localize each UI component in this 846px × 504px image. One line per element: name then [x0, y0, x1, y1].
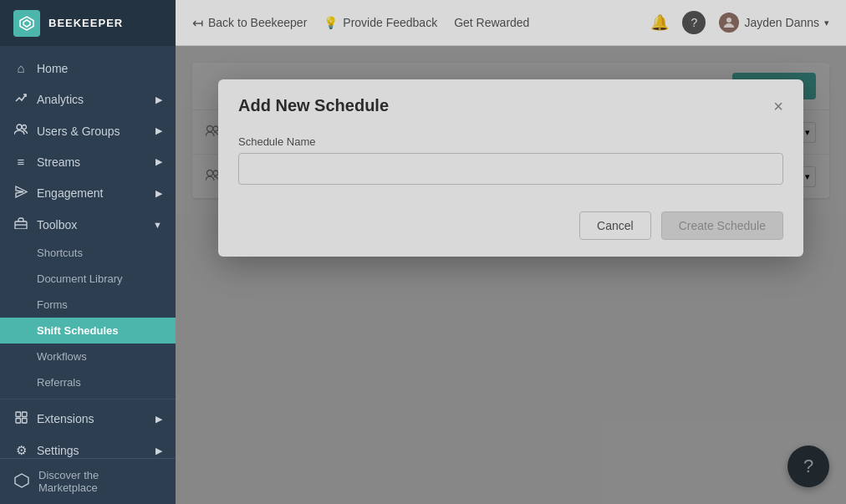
- feedback-icon: 💡: [324, 16, 338, 29]
- logo-area: BEEKEEPER: [0, 0, 176, 46]
- sidebar-item-analytics[interactable]: Analytics ▶: [0, 84, 176, 115]
- app-name: BEEKEEPER: [48, 17, 123, 29]
- sidebar-sub-item-workflows[interactable]: Workflows: [0, 344, 176, 369]
- sidebar-item-settings[interactable]: ⚙ Settings ▶: [0, 435, 176, 458]
- header: ↤ Back to Beekeeper 💡 Provide Feedback G…: [176, 0, 846, 46]
- help-button[interactable]: ?: [682, 11, 706, 34]
- sidebar: BEEKEEPER ⌂ Home Analytics ▶: [0, 0, 176, 504]
- sidebar-item-extensions[interactable]: Extensions ▶: [0, 403, 176, 435]
- sidebar-item-users-label: Users & Groups: [37, 125, 120, 138]
- sidebar-sub-item-shortcuts[interactable]: Shortcuts: [0, 240, 176, 266]
- sidebar-item-users[interactable]: Users & Groups ▶: [0, 115, 176, 146]
- user-dropdown-icon: ▾: [824, 18, 829, 28]
- engagement-icon: [13, 186, 28, 201]
- sidebar-sub-item-document-library[interactable]: Document Library: [0, 266, 176, 292]
- streams-expand-icon: ▶: [155, 156, 162, 167]
- svg-marker-10: [15, 474, 28, 487]
- toolbox-icon: [13, 217, 28, 232]
- provide-feedback-link[interactable]: 💡 Provide Feedback: [324, 16, 437, 29]
- marketplace-icon: [13, 472, 30, 491]
- sidebar-item-toolbox[interactable]: Toolbox ▼: [0, 209, 176, 240]
- svg-point-11: [726, 18, 731, 23]
- user-menu[interactable]: Jayden Danns ▾: [719, 13, 829, 33]
- sidebar-item-engagement-label: Engagement: [37, 186, 103, 200]
- discover-marketplace[interactable]: Discover the Marketplace: [0, 458, 176, 504]
- analytics-icon: [13, 92, 28, 107]
- workflows-label: Workflows: [37, 350, 87, 363]
- discover-text: Discover the Marketplace: [38, 469, 99, 494]
- header-left: ↤ Back to Beekeeper 💡 Provide Feedback G…: [192, 15, 529, 31]
- modal-header: Add New Schedule ×: [218, 79, 803, 129]
- page-content: + Add New Ananas Mall Branding - - ⚙ ▾: [176, 46, 846, 504]
- settings-label: Settings: [37, 444, 79, 457]
- users-icon: [13, 124, 28, 138]
- cancel-button[interactable]: Cancel: [579, 211, 651, 240]
- modal-overlay: Add New Schedule × Schedule Name Cancel …: [176, 46, 846, 504]
- sidebar-sub-item-forms[interactable]: Forms: [0, 292, 176, 318]
- get-rewarded-link[interactable]: Get Rewarded: [454, 16, 529, 29]
- engagement-expand-icon: ▶: [155, 188, 162, 199]
- shift-schedules-label: Shift Schedules: [37, 324, 119, 337]
- svg-marker-0: [20, 17, 33, 30]
- referrals-label: Referrals: [37, 376, 81, 389]
- svg-rect-6: [16, 412, 21, 417]
- notifications-button[interactable]: 🔔: [650, 13, 669, 32]
- sidebar-item-analytics-label: Analytics: [37, 93, 84, 106]
- streams-icon: ≡: [13, 155, 28, 169]
- sidebar-nav: ⌂ Home Analytics ▶ Users &: [0, 46, 176, 458]
- settings-icon: ⚙: [13, 443, 28, 458]
- sidebar-item-streams-label: Streams: [37, 155, 80, 169]
- modal-body: Schedule Name: [218, 129, 803, 201]
- shortcuts-label: Shortcuts: [37, 247, 83, 259]
- sidebar-item-streams[interactable]: ≡ Streams ▶: [0, 146, 176, 177]
- extensions-expand-icon: ▶: [155, 414, 162, 425]
- sidebar-item-toolbox-label: Toolbox: [37, 218, 77, 232]
- modal-footer: Cancel Create Schedule: [218, 201, 803, 257]
- toolbox-expand-icon: ▼: [153, 220, 162, 230]
- svg-rect-8: [16, 419, 21, 424]
- avatar: [719, 13, 739, 33]
- back-icon: ↤: [192, 15, 203, 31]
- schedule-name-label: Schedule Name: [238, 135, 783, 148]
- forms-label: Forms: [37, 298, 68, 311]
- create-schedule-button[interactable]: Create Schedule: [661, 211, 783, 240]
- user-name: Jayden Danns: [744, 16, 819, 29]
- extensions-label: Extensions: [37, 412, 94, 425]
- analytics-expand-icon: ▶: [155, 94, 162, 105]
- settings-expand-icon: ▶: [155, 445, 162, 456]
- extensions-icon: [13, 411, 28, 426]
- nav-divider: [0, 399, 176, 400]
- sidebar-item-home[interactable]: ⌂ Home: [0, 53, 176, 84]
- add-schedule-modal: Add New Schedule × Schedule Name Cancel …: [218, 79, 803, 257]
- sidebar-sub-item-referrals[interactable]: Referrals: [0, 369, 176, 395]
- modal-title: Add New Schedule: [238, 96, 389, 115]
- main-area: ↤ Back to Beekeeper 💡 Provide Feedback G…: [176, 0, 846, 504]
- svg-rect-7: [22, 412, 27, 417]
- home-icon: ⌂: [13, 61, 28, 75]
- sidebar-item-engagement[interactable]: Engagement ▶: [0, 177, 176, 209]
- svg-rect-9: [22, 419, 27, 424]
- back-to-beekeeper-link[interactable]: ↤ Back to Beekeeper: [192, 15, 307, 31]
- modal-close-button[interactable]: ×: [773, 98, 783, 115]
- users-expand-icon: ▶: [155, 125, 162, 136]
- document-library-label: Document Library: [37, 272, 123, 285]
- header-right: 🔔 ? Jayden Danns ▾: [650, 11, 829, 34]
- svg-point-2: [17, 125, 22, 130]
- sidebar-item-home-label: Home: [37, 62, 68, 75]
- logo-icon: [13, 10, 40, 37]
- svg-marker-1: [23, 20, 30, 27]
- sidebar-sub-item-shift-schedules[interactable]: Shift Schedules: [0, 318, 176, 344]
- schedule-name-input[interactable]: [238, 153, 783, 185]
- svg-point-3: [23, 125, 27, 130]
